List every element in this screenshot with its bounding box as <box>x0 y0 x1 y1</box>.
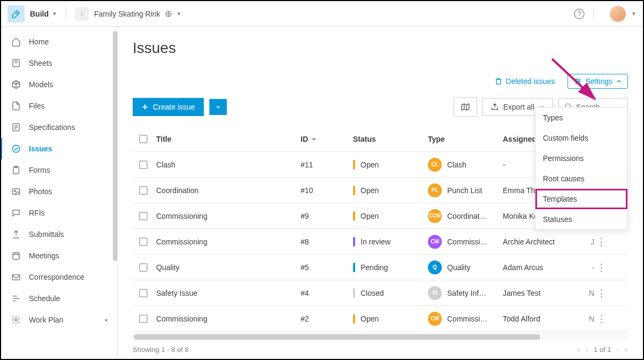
project-switcher[interactable]: Family Skating Rink ▼ <box>94 10 182 18</box>
settings-item-statuses[interactable]: Statuses <box>535 209 627 229</box>
settings-item-templates[interactable]: Templates <box>535 189 627 209</box>
topbar: Build ▼ Family Skating Rink ▼ ? ▼ <box>1 1 643 27</box>
chevron-down-icon: ▾ <box>105 317 108 323</box>
row-checkbox[interactable] <box>139 263 148 272</box>
cell-status: Open <box>353 211 428 221</box>
sidebar-item-label: Home <box>29 37 49 46</box>
cell-assigned: Archie Architect <box>503 238 588 246</box>
row-checkbox[interactable] <box>139 315 148 323</box>
settings-item-permissions[interactable]: Permissions <box>535 148 627 168</box>
settings-item-root-causes[interactable]: Root causes <box>535 168 627 189</box>
sidebar-item-correspondence[interactable]: Correspondence <box>1 266 117 288</box>
page-last[interactable]: » <box>624 346 628 354</box>
map-view-button[interactable] <box>454 97 477 117</box>
table-row[interactable]: Safety Issue #4 Closed SISafety Inf… Jam… <box>133 280 628 306</box>
sidebar-item-issues[interactable]: Issues <box>1 138 117 159</box>
cell-id: #9 <box>301 212 353 220</box>
cell-extra: - <box>592 263 594 272</box>
table-row[interactable]: Quality #5 Pending QQuality Adam Arcus -… <box>133 255 628 280</box>
cell-type: CMCommissi… <box>428 312 503 326</box>
sidebar-item-label: Files <box>29 102 45 110</box>
photo-icon <box>11 186 21 197</box>
sidebar-item-specifications[interactable]: Specifications <box>1 117 117 138</box>
row-checkbox[interactable] <box>139 186 148 195</box>
row-checkbox[interactable] <box>139 238 148 246</box>
sidebar-item-submittals[interactable]: Submittals <box>1 224 117 245</box>
svg-point-13 <box>577 82 578 84</box>
sidebar-item-label: Sheets <box>29 59 52 67</box>
trash-icon <box>494 77 503 86</box>
sidebar: Home Sheets Models Files Specifications … <box>1 27 118 359</box>
col-id[interactable]: ID <box>301 135 353 143</box>
page-title: Issues <box>133 40 628 57</box>
col-status[interactable]: Status <box>353 135 428 143</box>
horizontal-scrollbar[interactable] <box>133 333 628 340</box>
cell-title: Coordination <box>156 186 301 195</box>
deleted-issues-label: Deleted issues <box>506 77 555 86</box>
cell-id: #8 <box>301 238 353 246</box>
cell-id: #5 <box>301 263 353 272</box>
svg-point-7 <box>14 190 16 192</box>
sidebar-item-home[interactable]: Home <box>1 31 117 52</box>
pagination: « ‹ 1 of 1 › » <box>577 346 628 354</box>
help-icon[interactable]: ? <box>574 9 585 19</box>
scrollbar[interactable] <box>113 31 117 261</box>
app-icon[interactable] <box>7 5 25 22</box>
sidebar-item-schedule[interactable]: Schedule <box>1 288 117 309</box>
settings-button[interactable]: Settings <box>568 74 628 89</box>
cell-title: Commissioning <box>156 212 301 220</box>
col-type[interactable]: Type <box>428 135 503 143</box>
page-first[interactable]: « <box>577 346 580 354</box>
sidebar-item-rfis[interactable]: RFIs <box>1 202 117 224</box>
app-switcher[interactable]: Build ▼ <box>30 10 57 18</box>
sidebar-item-sheets[interactable]: Sheets <box>1 52 117 74</box>
sidebar-item-label: Photos <box>29 187 52 196</box>
row-menu-icon[interactable]: ⋮ <box>596 313 605 325</box>
settings-item-types[interactable]: Types <box>535 108 627 128</box>
sidebar-item-label: Schedule <box>29 294 60 303</box>
globe-icon <box>165 10 172 18</box>
sidebar-item-files[interactable]: Files <box>1 95 117 117</box>
showing-text: Showing 1 - 8 of 8 <box>133 346 189 354</box>
cell-status: In review <box>353 237 428 247</box>
cell-title: Quality <box>156 263 301 272</box>
chat-icon <box>11 208 21 218</box>
row-menu-icon[interactable]: ⋮ <box>596 236 605 248</box>
row-menu-icon[interactable]: ⋮ <box>596 262 605 273</box>
create-issue-dropdown[interactable] <box>209 99 227 115</box>
sidebar-item-meetings[interactable]: Meetings <box>1 245 117 266</box>
cell-type: CLClash <box>428 158 503 172</box>
settings-item-custom-fields[interactable]: Custom fields <box>535 128 627 148</box>
row-menu-icon[interactable]: ⋮ <box>596 287 605 299</box>
svg-point-10 <box>15 319 18 321</box>
select-all-checkbox[interactable] <box>139 135 148 143</box>
settings-label: Settings <box>585 77 612 86</box>
table-row[interactable]: Commissioning #2 Open CMCommissi… Todd A… <box>133 306 628 332</box>
export-label: Export all <box>503 103 534 111</box>
cell-extra: N <box>589 289 594 297</box>
page-next[interactable]: › <box>616 346 618 354</box>
sidebar-item-models[interactable]: Models <box>1 74 117 95</box>
cell-id: #2 <box>301 315 353 323</box>
deleted-issues-link[interactable]: Deleted issues <box>494 77 555 86</box>
table-row[interactable]: Commissioning #8 In review CMCommissi… A… <box>133 229 628 255</box>
cell-type: CORCoordinat… <box>428 209 503 223</box>
chevron-down-icon <box>311 136 317 142</box>
chevron-down-icon: ▼ <box>631 11 637 17</box>
cell-assigned: James Test <box>503 289 588 297</box>
page-prev[interactable]: ‹ <box>586 346 588 354</box>
col-title[interactable]: Title <box>156 135 301 143</box>
create-issue-button[interactable]: Create issue <box>133 98 204 116</box>
sidebar-item-label: Work Plan <box>29 316 63 324</box>
sidebar-item-label: Correspondence <box>29 273 85 281</box>
sidebar-item-work-plan[interactable]: Work Plan▾ <box>1 309 117 331</box>
sidebar-item-photos[interactable]: Photos <box>1 181 117 202</box>
row-checkbox[interactable] <box>139 212 148 220</box>
cell-title: Clash <box>156 160 301 169</box>
back-icon[interactable] <box>75 7 89 21</box>
avatar[interactable] <box>610 6 626 22</box>
row-checkbox[interactable] <box>139 289 148 297</box>
row-checkbox[interactable] <box>139 160 148 169</box>
sidebar-item-forms[interactable]: Forms <box>1 159 117 181</box>
settings-dropdown: Types Custom fields Permissions Root cau… <box>535 107 628 230</box>
